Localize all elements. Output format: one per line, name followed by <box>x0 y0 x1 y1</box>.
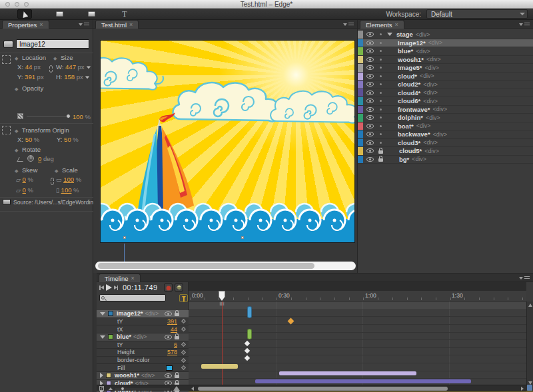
lock-placeholder-icon[interactable] <box>380 125 382 127</box>
close-icon[interactable]: × <box>131 275 135 282</box>
element-row-woosh1[interactable]: woosh1* <div> <box>358 56 533 65</box>
keyframe-span-ty-image12[interactable] <box>247 306 252 318</box>
keyframe-diamond-icon[interactable] <box>181 327 186 331</box>
lock-placeholder-icon[interactable] <box>380 83 382 85</box>
lock-placeholder-icon[interactable] <box>380 42 382 44</box>
element-row-blue[interactable]: blue* <div> <box>358 47 533 56</box>
keyframe-diamond-icon[interactable] <box>181 350 186 355</box>
pin-playhead-button[interactable] <box>175 284 183 292</box>
expander-icon[interactable] <box>100 373 103 378</box>
element-row-bg[interactable]: bg* <div> <box>358 156 533 164</box>
element-row-cloud3[interactable]: cloud3* <div> <box>358 139 533 148</box>
timeline-tracks[interactable] <box>189 301 526 387</box>
fill-color-swatch[interactable] <box>166 365 173 371</box>
zoom-in-icon[interactable] <box>173 386 180 391</box>
timeline-row-image12-tx[interactable]: tX 44 <box>97 325 189 333</box>
eye-icon[interactable] <box>366 107 374 112</box>
scroll-left-icon[interactable] <box>191 387 194 391</box>
lock-placeholder-icon[interactable] <box>380 92 382 94</box>
eye-icon[interactable] <box>366 115 374 120</box>
keyframe-diamond-icon[interactable] <box>181 365 186 370</box>
timeline-horizontal-scrollbar[interactable] <box>189 385 526 391</box>
section-diamond-icon[interactable]: ◆ <box>55 168 58 173</box>
timeline-search-input[interactable] <box>99 294 166 301</box>
scroll-up-icon[interactable] <box>528 303 532 307</box>
animation-span-cloud[interactable] <box>279 371 416 375</box>
rounded-rectangle-tool-button[interactable] <box>84 9 99 19</box>
lock-placeholder-icon[interactable] <box>380 133 382 135</box>
zoom-fit-icon[interactable] <box>99 386 104 391</box>
panel-menu-icon[interactable] <box>79 22 89 27</box>
animation-span-cloud2[interactable] <box>255 379 471 383</box>
playhead-time[interactable]: 00:11.749 <box>123 284 158 292</box>
element-row-image12[interactable]: Image12* <div> <box>358 39 533 48</box>
lock-placeholder-icon[interactable] <box>380 50 382 52</box>
tab-timeline[interactable]: Timeline × <box>99 274 141 282</box>
expander-icon[interactable] <box>100 312 105 315</box>
timeline-row-blue-border-color[interactable]: border-color <box>97 357 189 365</box>
element-row-cloud[interactable]: cloud* <div> <box>358 73 533 81</box>
eye-icon[interactable] <box>366 140 374 145</box>
auto-keyframe-button[interactable] <box>164 284 173 292</box>
expander-icon[interactable] <box>387 33 392 36</box>
lock-placeholder-icon[interactable] <box>380 142 382 144</box>
section-diamond-icon[interactable]: ◆ <box>15 87 18 91</box>
link-scale-icon[interactable] <box>51 178 54 185</box>
keyframe-span-ty-blue[interactable] <box>247 329 252 339</box>
property-value[interactable]: 44 <box>171 326 177 333</box>
lock-placeholder-icon[interactable] <box>380 116 382 118</box>
section-diamond-icon[interactable]: ◆ <box>15 168 18 173</box>
keyframe-border-color-blue[interactable] <box>245 348 250 353</box>
timeline-vertical-scrollbar[interactable] <box>526 301 533 387</box>
element-row-cloud5[interactable]: cloud5* <div> <box>358 147 533 156</box>
panel-menu-icon[interactable] <box>343 22 354 27</box>
scale-x-value[interactable]: 100 <box>63 176 74 183</box>
eye-icon[interactable] <box>165 311 172 316</box>
keyframe-tx-image12[interactable] <box>288 318 294 325</box>
section-diamond-icon[interactable]: ◆ <box>15 128 18 133</box>
eye-icon[interactable] <box>366 132 374 136</box>
skew-y-value[interactable]: 0 <box>23 186 26 194</box>
property-value[interactable]: 6 <box>174 341 177 348</box>
keyframe-fill-blue[interactable] <box>245 355 250 361</box>
play-button[interactable] <box>106 284 112 291</box>
lock-icon[interactable] <box>175 336 179 339</box>
lock-placeholder-icon[interactable] <box>380 75 382 77</box>
rotate-dial-icon[interactable] <box>27 155 34 162</box>
opacity-slider-track[interactable] <box>27 116 71 117</box>
timeline-row-image12[interactable]: Image12* <div> <box>97 310 189 318</box>
eye-icon[interactable] <box>366 57 374 62</box>
timeline-row-blue-height[interactable]: Height 578 <box>97 349 189 357</box>
element-row-image5[interactable]: Image5* <div> <box>358 64 533 73</box>
filter-button[interactable] <box>179 294 188 302</box>
element-row-dolphin[interactable]: dolphin* <div> <box>358 114 533 122</box>
eye-icon[interactable] <box>366 98 374 103</box>
selection-handle[interactable] <box>241 236 244 239</box>
keyframe-diamond-icon[interactable] <box>181 342 186 347</box>
x-value[interactable]: 44 <box>25 63 33 71</box>
eye-icon[interactable] <box>165 335 172 339</box>
scroll-right-icon[interactable] <box>521 387 524 391</box>
keyframe-height-blue[interactable] <box>245 341 250 346</box>
scrollbar-thumb[interactable] <box>198 387 448 391</box>
property-value[interactable]: 391 <box>167 318 177 325</box>
panel-menu-icon[interactable] <box>519 276 530 281</box>
zoom-out-icon[interactable] <box>109 387 113 390</box>
keyframe-diamond-icon[interactable] <box>181 358 186 363</box>
close-icon[interactable]: × <box>395 21 398 28</box>
lock-icon[interactable] <box>175 313 179 316</box>
rotate-value[interactable]: 0 <box>38 155 41 162</box>
y-value[interactable]: 391 <box>25 73 35 81</box>
element-row-boat[interactable]: boat* <div> <box>358 122 533 131</box>
to-y-value[interactable]: 50 <box>64 136 71 143</box>
lock-placeholder-icon[interactable] <box>380 100 382 102</box>
keyframe-diamond-icon[interactable] <box>181 319 186 323</box>
w-value[interactable]: 447 <box>65 63 76 71</box>
lock-icon[interactable] <box>378 150 383 154</box>
eye-icon[interactable] <box>366 74 374 79</box>
unit-dropdown-icon[interactable] <box>87 67 91 69</box>
section-diamond-icon[interactable]: ◆ <box>15 56 18 61</box>
rectangle-tool-button[interactable] <box>52 9 67 19</box>
element-row-cloud2[interactable]: cloud2* <div> <box>358 81 533 89</box>
timeline-row-blue-fill[interactable]: Fill <box>97 364 189 372</box>
